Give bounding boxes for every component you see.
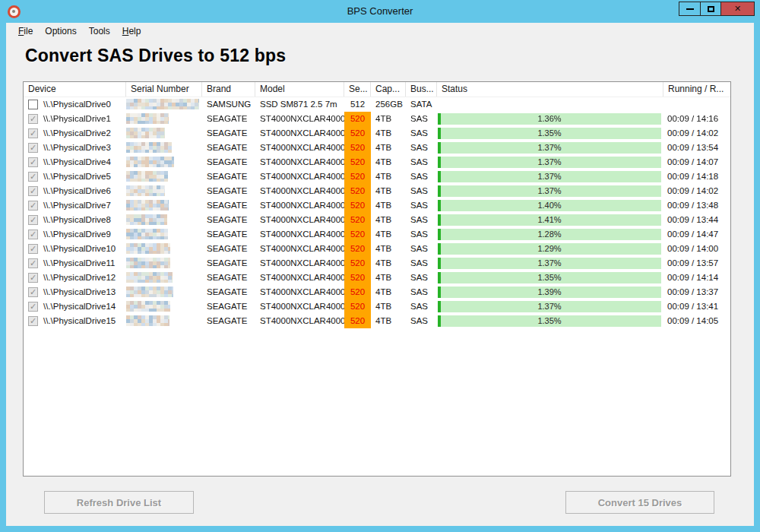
column-header-serial-number[interactable]: Serial Number [126,82,202,97]
drive-checkbox[interactable] [28,316,38,326]
table-row[interactable]: \\.\PhysicalDrive2SEAGATEST4000NXCLAR400… [24,126,730,141]
drive-checkbox[interactable] [28,114,38,124]
model-cell: ST4000NXCLAR4000 [255,299,344,314]
capacity-cell: 4TB [371,126,406,141]
progress-percent: 1.37% [438,157,661,168]
progress-bar: 1.36% [438,113,661,125]
menu-item-tools[interactable]: Tools [83,24,116,38]
table-row[interactable]: \\.\PhysicalDrive8SEAGATEST4000NXCLAR400… [24,213,730,227]
close-icon: ✕ [734,4,741,14]
table-row[interactable]: \\.\PhysicalDrive12SEAGATEST4000NXCLAR40… [24,271,730,285]
table-row[interactable]: \\.\PhysicalDrive15SEAGATEST4000NXCLAR40… [24,314,730,328]
model-cell: ST4000NXCLAR4000 [255,141,344,155]
capacity-cell: 4TB [371,213,406,227]
serial-redacted [126,171,168,182]
drive-checkbox[interactable] [28,128,38,138]
brand-cell: SEAGATE [202,126,255,141]
column-header-bus[interactable]: Bus... [406,82,437,97]
device-path: \\.\PhysicalDrive15 [43,314,116,328]
drive-checkbox[interactable] [28,186,38,196]
table-row[interactable]: \\.\PhysicalDrive1SEAGATEST4000NXCLAR400… [24,112,730,126]
table-row[interactable]: \\.\PhysicalDrive11SEAGATEST4000NXCLAR40… [24,256,730,271]
brand-cell: SEAGATE [202,155,255,169]
table-row[interactable]: \\.\PhysicalDrive9SEAGATEST4000NXCLAR400… [24,227,730,242]
column-header-running-r[interactable]: Running / R... [663,82,730,97]
bus-cell: SAS [406,299,437,314]
serial-redacted [126,315,169,326]
table-row[interactable]: \\.\PhysicalDrive13SEAGATEST4000NXCLAR40… [24,285,730,299]
running-remaining-cell: 00:09 / 14:07 [663,155,730,169]
model-cell: ST4000NXCLAR4000 [255,256,344,271]
menu-item-options[interactable]: Options [39,24,82,38]
brand-cell: SEAGATE [202,213,255,227]
drive-checkbox[interactable] [28,100,38,109]
table-row[interactable]: \\.\PhysicalDrive14SEAGATEST4000NXCLAR40… [24,299,730,314]
column-header-model[interactable]: Model [255,82,344,97]
bus-cell: SAS [406,198,437,213]
progress-bar: 1.37% [438,258,661,269]
progress-bar: 1.29% [438,243,661,255]
convert-drives-button[interactable]: Convert 15 Drives [565,491,714,514]
model-cell: ST4000NXCLAR4000 [255,227,344,242]
progress-bar: 1.37% [438,171,661,182]
table-row[interactable]: \\.\PhysicalDrive0SAMSUNGSSD SM871 2.5 7… [24,97,730,112]
capacity-cell: 4TB [371,314,406,328]
close-button[interactable]: ✕ [720,2,754,15]
device-path: \\.\PhysicalDrive8 [43,213,111,227]
device-path: \\.\PhysicalDrive12 [43,271,116,285]
progress-bar: 1.37% [438,157,661,168]
app-window: BPS Converter ✕ FileOptionsToolsHelp Con… [0,0,760,532]
model-cell: ST4000NXCLAR4000 [255,242,344,256]
brand-cell: SEAGATE [202,299,255,314]
table-row[interactable]: \\.\PhysicalDrive7SEAGATEST4000NXCLAR400… [24,198,730,213]
brand-cell: SEAGATE [202,141,255,155]
table-row[interactable]: \\.\PhysicalDrive10SEAGATEST4000NXCLAR40… [24,242,730,256]
capacity-cell: 4TB [371,271,406,285]
serial-redacted [126,128,165,138]
column-header-se[interactable]: Se... [344,82,371,97]
drive-checkbox[interactable] [28,157,38,167]
brand-cell: SEAGATE [202,198,255,213]
bus-cell: SATA [406,97,437,112]
drive-checkbox[interactable] [28,287,38,297]
table-row[interactable]: \\.\PhysicalDrive3SEAGATEST4000NXCLAR400… [24,141,730,155]
brand-cell: SEAGATE [202,112,255,126]
drive-checkbox[interactable] [28,258,38,268]
model-cell: ST4000NXCLAR4000 [255,155,344,169]
device-path: \\.\PhysicalDrive3 [43,141,111,155]
brand-cell: SEAGATE [202,271,255,285]
serial-redacted [126,258,170,268]
capacity-cell: 256GB [371,97,406,112]
status-cell: 1.39% [437,285,663,299]
table-row[interactable]: \\.\PhysicalDrive6SEAGATEST4000NXCLAR400… [24,184,730,198]
drive-checkbox[interactable] [28,273,38,283]
sector-size-cell: 520 [344,141,371,155]
minimize-button[interactable] [679,2,700,15]
bus-cell: SAS [406,227,437,242]
drive-checkbox[interactable] [28,244,38,254]
drive-checkbox[interactable] [28,215,38,225]
footer-actions: Refresh Drive List Convert 15 Drives [44,491,714,514]
column-header-device[interactable]: Device [24,82,126,97]
menu-item-file[interactable]: File [12,24,39,38]
column-header-brand[interactable]: Brand [202,82,255,97]
drive-checkbox[interactable] [28,143,38,153]
drive-checkbox[interactable] [28,302,38,312]
drive-checkbox[interactable] [28,172,38,182]
refresh-drive-list-button[interactable]: Refresh Drive List [44,491,194,514]
column-header-cap[interactable]: Cap... [371,82,406,97]
drive-checkbox[interactable] [28,201,38,211]
drive-checkbox[interactable] [28,230,38,239]
capacity-cell: 4TB [371,184,406,198]
capacity-cell: 4TB [371,198,406,213]
maximize-button[interactable] [700,2,720,15]
table-row[interactable]: \\.\PhysicalDrive4SEAGATEST4000NXCLAR400… [24,155,730,169]
menu-item-help[interactable]: Help [116,24,147,38]
model-cell: ST4000NXCLAR4000 [255,184,344,198]
serial-redacted [126,157,174,167]
brand-cell: SEAGATE [202,184,255,198]
column-header-status[interactable]: Status [437,82,663,97]
table-row[interactable]: \\.\PhysicalDrive5SEAGATEST4000NXCLAR400… [24,169,730,184]
status-cell: 1.35% [437,314,663,328]
sector-size-cell: 520 [344,184,371,198]
